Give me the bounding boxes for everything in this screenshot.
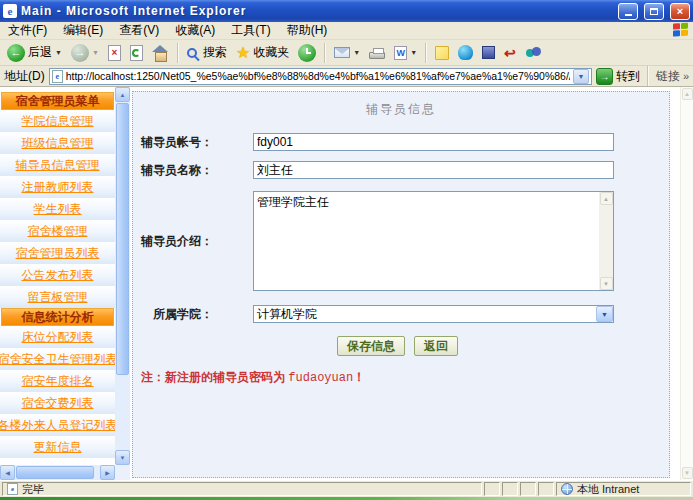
stop-icon: × bbox=[108, 45, 121, 61]
sidebar-item[interactable]: 更新信息 bbox=[0, 436, 115, 458]
toolbar-separator bbox=[425, 43, 427, 63]
sidebar-item[interactable]: 注册教师列表 bbox=[0, 176, 115, 198]
messenger-button[interactable] bbox=[521, 41, 545, 65]
menu-item[interactable]: 帮助(H) bbox=[279, 22, 336, 39]
plugin-button[interactable] bbox=[454, 41, 477, 65]
status-cell bbox=[520, 482, 536, 496]
forward-button[interactable]: → ▼ bbox=[67, 41, 103, 65]
sidebar-item[interactable]: 辅导员信息管理 bbox=[0, 154, 115, 176]
sidebar-item[interactable]: 留言板管理 bbox=[0, 286, 115, 308]
sidebar: 宿舍管理员菜单学院信息管理班级信息管理辅导员信息管理注册教师列表学生列表宿舍楼管… bbox=[0, 87, 130, 480]
sidebar-item[interactable]: 宿舍交费列表 bbox=[0, 392, 115, 414]
note-suffix: ！ bbox=[353, 370, 365, 384]
scroll-up-icon[interactable]: ▲ bbox=[115, 87, 130, 102]
sidebar-item[interactable]: 床位分配列表 bbox=[0, 326, 115, 348]
password-note: 注：新注册的辅导员密码为 fudaoyuan！ bbox=[141, 369, 669, 386]
menu-item[interactable]: 编辑(E) bbox=[55, 22, 111, 39]
sticky-note-icon bbox=[435, 46, 449, 60]
chevron-down-icon[interactable]: ▼ bbox=[596, 306, 613, 322]
menu-item[interactable]: 收藏(A) bbox=[167, 22, 223, 39]
status-bar: e 完毕 本地 Intranet bbox=[0, 480, 693, 497]
menu-item[interactable]: 文件(F) bbox=[0, 22, 55, 39]
sidebar-horizontal-scrollbar[interactable]: ◀ ▶ bbox=[0, 465, 115, 480]
edit-word-button[interactable]: W ▼ bbox=[390, 41, 421, 65]
notes-plugin-button[interactable] bbox=[431, 41, 453, 65]
word-icon: W bbox=[394, 46, 407, 60]
toolbar: ← 后退 ▼ → ▼ × 搜索 ★ 收藏夹 bbox=[0, 40, 693, 66]
stop-button[interactable]: × bbox=[104, 41, 125, 65]
college-select[interactable]: 计算机学院 ▼ bbox=[253, 305, 614, 323]
forward-dropdown-icon[interactable]: ▼ bbox=[92, 49, 99, 56]
sidebar-item[interactable]: 各楼外来人员登记列表 bbox=[0, 414, 115, 436]
menu-item[interactable]: 工具(T) bbox=[223, 22, 278, 39]
scroll-down-icon[interactable]: ▼ bbox=[600, 277, 613, 290]
sidebar-section-header: 信息统计分析 bbox=[1, 308, 114, 326]
address-input[interactable]: e http://localhost:1250/Net05_%e5%ae%bf%… bbox=[49, 68, 592, 85]
scrollbar-thumb[interactable] bbox=[116, 103, 129, 375]
sidebar-item[interactable]: 宿舍楼管理 bbox=[0, 220, 115, 242]
sidebar-vertical-scrollbar[interactable]: ▲ ▼ bbox=[115, 87, 130, 465]
return-button[interactable]: 返回 bbox=[414, 336, 458, 356]
scroll-down-icon[interactable]: ▼ bbox=[682, 467, 693, 479]
intro-row: 辅导员介绍： 管理学院主任 ▲ ▼ bbox=[133, 191, 669, 291]
address-dropdown-icon[interactable]: ▼ bbox=[573, 69, 589, 84]
sidebar-item[interactable]: 学院信息管理 bbox=[0, 110, 115, 132]
refresh-button[interactable] bbox=[126, 41, 147, 65]
search-button[interactable]: 搜索 bbox=[183, 41, 231, 65]
scroll-right-icon[interactable]: ▶ bbox=[100, 465, 115, 480]
back-dropdown-icon[interactable]: ▼ bbox=[55, 49, 62, 56]
intro-textarea[interactable]: 管理学院主任 bbox=[253, 191, 614, 291]
scroll-down-icon[interactable]: ▼ bbox=[115, 450, 130, 465]
sidebar-menu: 宿舍管理员菜单学院信息管理班级信息管理辅导员信息管理注册教师列表学生列表宿舍楼管… bbox=[0, 87, 115, 465]
edit-dropdown-icon[interactable]: ▼ bbox=[410, 49, 417, 56]
note-password: fudaoyuan bbox=[288, 371, 353, 385]
scroll-up-icon[interactable]: ▲ bbox=[600, 192, 613, 205]
name-input[interactable] bbox=[253, 161, 614, 179]
intro-label: 辅导员介绍： bbox=[133, 233, 213, 250]
address-page-icon: e bbox=[52, 70, 63, 83]
scrollbar-thumb[interactable] bbox=[16, 466, 94, 479]
history-button[interactable] bbox=[294, 41, 320, 65]
mail-button[interactable]: ▼ bbox=[330, 41, 364, 65]
toolbar-separator bbox=[177, 43, 179, 63]
print-button[interactable] bbox=[365, 41, 389, 65]
minimize-button[interactable] bbox=[618, 3, 638, 20]
go-button[interactable]: → 转到 bbox=[596, 68, 640, 85]
save-button[interactable]: 保存信息 bbox=[337, 336, 405, 356]
favorites-button[interactable]: ★ 收藏夹 bbox=[232, 41, 293, 65]
sidebar-item[interactable]: 公告发布列表 bbox=[0, 264, 115, 286]
sidebar-item[interactable]: 学生列表 bbox=[0, 198, 115, 220]
links-button[interactable]: 链接 » bbox=[656, 68, 689, 85]
textarea-scrollbar: ▲ ▼ bbox=[599, 192, 613, 290]
address-bar: 地址(D) e http://localhost:1250/Net05_%e5%… bbox=[0, 66, 693, 87]
red-arrow-icon: ↩ bbox=[504, 46, 516, 60]
status-cell bbox=[538, 482, 554, 496]
college-selected-value: 计算机学院 bbox=[254, 306, 596, 323]
menu-item[interactable]: 查看(V) bbox=[111, 22, 167, 39]
scroll-left-icon[interactable]: ◀ bbox=[0, 465, 15, 480]
back-icon: ← bbox=[7, 44, 25, 62]
plugin-button[interactable] bbox=[478, 41, 499, 65]
forward-icon: → bbox=[71, 44, 89, 62]
account-input[interactable] bbox=[253, 133, 614, 151]
account-row: 辅导员帐号： bbox=[133, 133, 669, 151]
plugin-button[interactable]: ↩ bbox=[500, 41, 520, 65]
back-button[interactable]: ← 后退 ▼ bbox=[3, 41, 66, 65]
sidebar-item[interactable]: 宿舍安全卫生管理列表 bbox=[0, 348, 115, 370]
restore-button[interactable] bbox=[644, 3, 664, 20]
sidebar-item[interactable]: 班级信息管理 bbox=[0, 132, 115, 154]
content-area: 宿舍管理员菜单学院信息管理班级信息管理辅导员信息管理注册教师列表学生列表宿舍楼管… bbox=[0, 87, 693, 480]
close-button[interactable]: × bbox=[670, 3, 690, 20]
college-row: 所属学院： 计算机学院 ▼ bbox=[133, 305, 669, 323]
address-label: 地址(D) bbox=[4, 68, 45, 85]
sidebar-item[interactable]: 宿舍管理员列表 bbox=[0, 242, 115, 264]
search-icon bbox=[187, 48, 197, 58]
name-row: 辅导员名称： bbox=[133, 161, 669, 179]
scroll-up-icon[interactable]: ▲ bbox=[682, 88, 693, 100]
mail-dropdown-icon[interactable]: ▼ bbox=[353, 49, 360, 56]
sidebar-item[interactable]: 宿安年度排名 bbox=[0, 370, 115, 392]
page-vertical-scrollbar[interactable]: ▲ ▼ bbox=[680, 87, 693, 480]
search-label: 搜索 bbox=[203, 44, 227, 61]
home-button[interactable] bbox=[148, 41, 173, 65]
print-icon bbox=[369, 52, 385, 59]
